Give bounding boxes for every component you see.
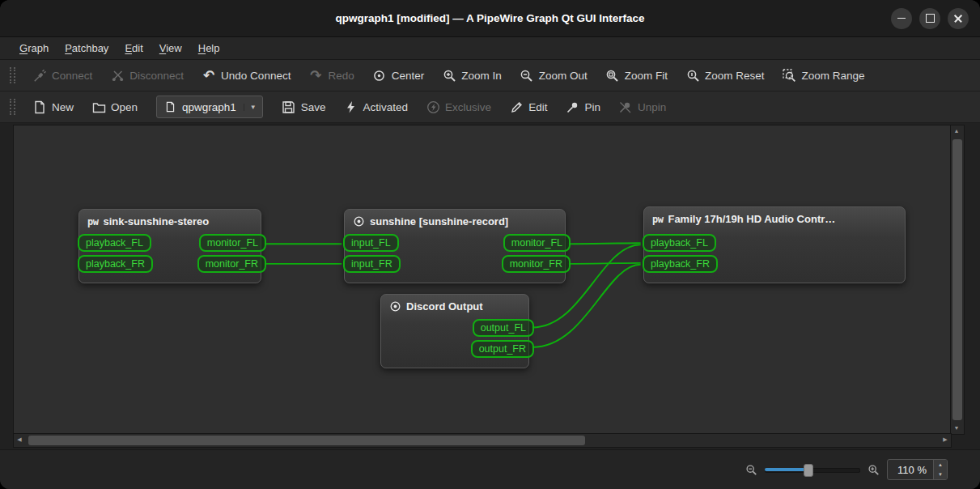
scroll-left-icon[interactable]: ◀ (14, 434, 25, 444)
graph-view: pw sink-sunshine-stereo playback_FL moni… (13, 125, 965, 448)
disconnect-button: Disconnect (101, 63, 193, 87)
horizontal-scrollbar-thumb[interactable] (28, 436, 585, 445)
undo-connect-button[interactable]: ↶ Undo Connect (193, 63, 299, 87)
minimize-button[interactable] (891, 8, 912, 29)
port-output[interactable]: monitor_FR (502, 255, 571, 273)
menu-edit[interactable]: Edit (117, 39, 151, 57)
exclusive-toggle: Exclusive (417, 95, 500, 119)
port-output[interactable]: monitor_FR (197, 255, 266, 273)
zoom-range-button[interactable]: Zoom Range (774, 63, 874, 87)
node-sunshine-record[interactable]: sunshine [sunshine-record] input_FL moni… (344, 209, 566, 283)
center-button[interactable]: Center (363, 63, 434, 87)
toolbar-grip-icon[interactable] (10, 67, 15, 83)
port-input[interactable]: playback_FL (643, 234, 716, 252)
zoom-in-icon (442, 68, 456, 83)
node-sink-sunshine-stereo[interactable]: pw sink-sunshine-stereo playback_FL moni… (78, 209, 261, 283)
scroll-up-icon[interactable]: ▲ (951, 125, 962, 137)
port-output[interactable]: monitor_FL (199, 234, 266, 252)
open-folder-icon (91, 100, 106, 114)
toolbar-patchbay: New Open qpwgraph1 ▼ (0, 91, 980, 123)
spin-down-icon[interactable]: ▼ (934, 470, 947, 479)
horizontal-scrollbar[interactable]: ◀ ▶ (13, 433, 952, 448)
close-button[interactable] (948, 8, 969, 29)
zoom-range-icon (783, 68, 797, 83)
port-output[interactable]: output_FR (471, 340, 534, 358)
zoom-in-button[interactable]: Zoom In (433, 63, 511, 87)
save-button[interactable]: Save (273, 95, 335, 119)
edit-button[interactable]: Edit (500, 95, 556, 119)
zoom-out-button[interactable]: Zoom Out (511, 63, 596, 87)
menu-patchbay[interactable]: Patchbay (57, 39, 117, 57)
node-family-hd-audio[interactable]: pw Family 17h/19h HD Audio Contr… playba… (643, 206, 906, 283)
node-header: sunshine [sunshine-record] (345, 210, 565, 230)
node-discord-output[interactable]: Discord Output output_FL output_FR (380, 294, 529, 368)
zoom-fit-icon (605, 68, 620, 83)
connect-icon (32, 68, 47, 83)
zoom-in-small-icon (868, 464, 880, 476)
port-output[interactable]: output_FL (473, 319, 534, 337)
zoom-fit-button[interactable]: Zoom Fit (596, 63, 677, 87)
pin-icon (565, 100, 579, 114)
port-output[interactable]: monitor_FL (503, 234, 571, 252)
graph-canvas[interactable]: pw sink-sunshine-stereo playback_FL moni… (13, 125, 952, 435)
port-input[interactable]: input_FL (343, 234, 399, 252)
menu-graph[interactable]: Graph (11, 39, 57, 57)
titlebar: qpwgraph1 [modified] — A PipeWire Graph … (0, 0, 980, 37)
zoom-out-small-icon (745, 464, 757, 476)
vertical-scrollbar[interactable]: ▲ ▼ (950, 125, 965, 435)
open-button[interactable]: Open (83, 95, 146, 119)
node-header: pw sink-sunshine-stereo (79, 210, 261, 230)
undo-icon: ↶ (202, 68, 216, 83)
menu-help[interactable]: Help (190, 39, 228, 57)
port-list: playback_FL playback_FR (644, 227, 905, 283)
node-title: sink-sunshine-stereo (103, 215, 209, 227)
menu-view[interactable]: View (151, 39, 190, 57)
save-icon (282, 100, 296, 114)
zoom-out-icon (520, 68, 534, 83)
redo-icon: ↷ (308, 68, 323, 83)
node-title: Discord Output (406, 300, 483, 313)
record-stream-icon (389, 300, 401, 313)
cable-sunshine-to-family-fr (569, 263, 641, 264)
toolbar-grip-icon[interactable] (10, 99, 15, 115)
port-list: playback_FL monitor_FL playback_FR monit… (79, 230, 261, 283)
maximize-button[interactable] (919, 8, 940, 29)
port-input[interactable]: input_FR (343, 255, 401, 273)
activated-bolt-icon (344, 100, 358, 114)
statusbar: 110 % ▲ ▼ (0, 449, 980, 489)
edit-pencil-icon (509, 100, 524, 114)
port-input[interactable]: playback_FR (643, 255, 718, 273)
patchbay-session-combo[interactable]: qpwgraph1 ▼ (156, 96, 263, 118)
minimize-icon (897, 18, 906, 19)
zoom-spinbox[interactable]: 110 % ▲ ▼ (887, 459, 948, 480)
node-title: sunshine [sunshine-record] (370, 215, 508, 227)
port-input[interactable]: playback_FR (78, 255, 153, 273)
spin-up-icon[interactable]: ▲ (934, 460, 947, 470)
port-list: input_FL monitor_FL input_FR monitor_FR (345, 230, 565, 283)
zoom-slider[interactable] (765, 462, 860, 477)
central-area: pw sink-sunshine-stereo playback_FL moni… (0, 123, 980, 449)
scroll-down-icon[interactable]: ▼ (951, 423, 962, 434)
disconnect-icon (110, 68, 125, 83)
window-title: qpwgraph1 [modified] — A PipeWire Graph … (335, 12, 644, 24)
scroll-right-icon[interactable]: ▶ (940, 434, 951, 444)
redo-button: ↷ Redo (299, 63, 363, 87)
exclusive-bolt-icon (426, 100, 440, 114)
activated-toggle[interactable]: Activated (335, 95, 418, 119)
zoom-slider-handle[interactable] (804, 464, 813, 477)
vertical-scrollbar-thumb[interactable] (952, 139, 962, 420)
port-list: output_FL output_FR (381, 315, 528, 368)
maximize-icon (926, 14, 935, 23)
combo-value: qpwgraph1 (182, 101, 236, 113)
spinbox-buttons: ▲ ▼ (933, 460, 947, 479)
port-input[interactable]: playback_FL (78, 234, 151, 252)
chevron-down-icon: ▼ (244, 104, 257, 111)
unpin-button: Unpin (609, 95, 675, 119)
zoom-reset-button[interactable]: Zoom Reset (677, 63, 774, 87)
new-button[interactable]: New (23, 95, 83, 119)
new-file-icon (32, 100, 47, 114)
app-window: qpwgraph1 [modified] — A PipeWire Graph … (0, 0, 980, 489)
zoom-value[interactable]: 110 % (888, 460, 933, 479)
node-header: pw Family 17h/19h HD Audio Contr… (644, 207, 905, 227)
pin-button[interactable]: Pin (556, 95, 609, 119)
